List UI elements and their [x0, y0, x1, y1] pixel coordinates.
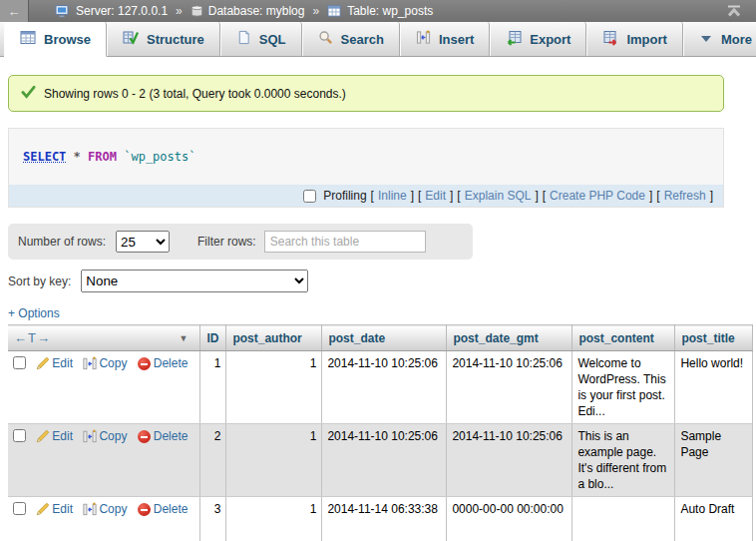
breadcrumb-separator: »	[176, 4, 183, 18]
cell-post-content: Welcome to WordPress. This is your first…	[572, 351, 675, 424]
sql-keyword-from: FROM	[88, 150, 117, 164]
copy-icon	[83, 429, 97, 447]
copy-icon	[83, 502, 97, 520]
explain-sql-link[interactable]: Explain SQL	[465, 189, 532, 203]
row-actions-cell: Edit Copy Delete	[8, 424, 200, 497]
bracket: ]	[535, 189, 538, 203]
profiling-checkbox[interactable]	[303, 190, 316, 203]
table-row: Edit Copy Delete 3 1 2014-11-14 06:33:38…	[8, 497, 753, 541]
options-toggle[interactable]: + Options	[8, 306, 60, 320]
copy-link[interactable]: Copy	[99, 356, 127, 370]
copy-link[interactable]: Copy	[99, 502, 127, 516]
import-icon	[602, 30, 618, 49]
sort-by-key-label: Sort by key:	[8, 274, 71, 288]
cell-post-date: 2014-11-10 10:25:06	[322, 424, 447, 497]
sort-by-key-select[interactable]: None	[81, 270, 308, 292]
inline-link[interactable]: Inline	[378, 189, 407, 203]
tab-search[interactable]: Search	[302, 22, 400, 56]
tab-label: Search	[341, 32, 384, 47]
column-options-header[interactable]: ←T→ ▼	[8, 325, 200, 351]
tab-export[interactable]: Export	[490, 22, 586, 56]
tab-insert[interactable]: Insert	[400, 22, 490, 56]
column-header-post-date[interactable]: post_date	[322, 325, 447, 351]
chevron-down-icon	[699, 32, 713, 47]
delete-link[interactable]: Delete	[154, 502, 189, 516]
row-checkbox[interactable]	[13, 356, 26, 369]
tab-label: Structure	[147, 32, 204, 47]
profiling-label: Profiling	[323, 189, 366, 203]
cell-post-date-gmt: 0000-00-00 00:00:00	[447, 497, 572, 541]
breadcrumb-table[interactable]: Table: wp_posts	[347, 4, 433, 18]
row-checkbox[interactable]	[13, 502, 26, 515]
edit-link[interactable]: Edit	[52, 502, 73, 516]
bracket: [	[418, 189, 421, 203]
cell-post-date: 2014-11-14 06:33:38	[322, 497, 447, 541]
tab-more[interactable]: More	[683, 22, 756, 56]
tab-browse[interactable]: Browse	[4, 22, 107, 57]
bracket: ]	[411, 189, 414, 203]
move-left-icon[interactable]: ←	[14, 330, 28, 345]
delete-link[interactable]: Delete	[154, 356, 189, 370]
edit-link[interactable]: Edit	[52, 356, 73, 370]
cell-post-content	[572, 497, 675, 541]
cell-post-author: 1	[226, 351, 322, 424]
bracket: [	[543, 189, 546, 203]
filter-rows-input[interactable]	[264, 231, 426, 253]
edit-pencil-icon	[36, 502, 50, 520]
create-php-code-link[interactable]: Create PHP Code	[550, 189, 645, 203]
column-header-post-author[interactable]: post_author	[226, 325, 322, 351]
edit-query-link[interactable]: Edit	[425, 189, 446, 203]
tab-import[interactable]: Import	[586, 22, 682, 56]
status-message: Showing rows 0 - 2 (3 total, Query took …	[8, 75, 724, 112]
row-checkbox[interactable]	[13, 429, 26, 442]
tab-label: More	[721, 32, 752, 47]
cell-post-date-gmt: 2014-11-10 10:25:06	[447, 351, 572, 424]
row-actions-cell: Edit Copy Delete	[8, 351, 200, 424]
bracket: [	[371, 189, 374, 203]
tab-sql[interactable]: SQL	[220, 22, 302, 56]
column-header-post-title[interactable]: post_title	[675, 325, 753, 351]
column-header-post-date-gmt[interactable]: post_date_gmt	[447, 325, 572, 351]
sql-star: *	[74, 150, 81, 164]
breadcrumb-database[interactable]: Database: myblog	[208, 4, 305, 18]
breadcrumb-server[interactable]: Server: 127.0.0.1	[76, 4, 168, 18]
tab-structure[interactable]: Structure	[107, 22, 220, 56]
filter-rows-label: Filter rows:	[197, 235, 256, 249]
refresh-link[interactable]: Refresh	[664, 189, 706, 203]
breadcrumb-separator: »	[312, 4, 319, 18]
column-header-post-content[interactable]: post_content	[572, 325, 675, 351]
export-icon	[506, 30, 522, 49]
number-of-rows-select[interactable]: 25	[116, 231, 170, 253]
bracket: ]	[450, 189, 453, 203]
delete-icon	[138, 430, 151, 443]
sql-table-identifier: `wp_posts`	[124, 150, 195, 164]
cell-id: 1	[200, 351, 226, 424]
sql-query-text: SELECT * FROM `wp_posts`	[9, 129, 723, 185]
cell-post-title: Sample Page	[675, 424, 753, 497]
cell-id: 2	[200, 424, 226, 497]
edit-link[interactable]: Edit	[52, 429, 73, 443]
column-handle-icon[interactable]: T	[28, 330, 37, 345]
delete-link[interactable]: Delete	[154, 429, 189, 443]
row-controls: Number of rows: 25 Filter rows:	[8, 224, 473, 260]
tab-label: SQL	[259, 32, 286, 47]
column-header-id[interactable]: ID	[200, 325, 226, 351]
table-header-row: ←T→ ▼ ID post_author post_date post_date…	[8, 325, 753, 351]
move-right-icon[interactable]: →	[37, 330, 51, 345]
cell-post-title: Hello world!	[675, 351, 753, 424]
sort-triangle-icon[interactable]: ▼	[180, 333, 189, 343]
copy-link[interactable]: Copy	[99, 429, 127, 443]
sql-icon	[236, 30, 251, 48]
tab-label: Insert	[439, 32, 474, 47]
delete-icon	[138, 357, 151, 370]
tab-label: Import	[626, 32, 666, 47]
tab-bar: Browse Structure SQL Search Insert Expor…	[0, 22, 756, 57]
insert-icon	[416, 30, 431, 48]
collapse-top-icon[interactable]	[726, 4, 742, 18]
tab-label: Export	[530, 32, 570, 47]
cell-post-date: 2014-11-10 10:25:06	[322, 351, 447, 424]
back-button[interactable]: ←	[0, 0, 29, 22]
sort-row: Sort by key: None	[8, 270, 756, 292]
cell-post-content: This is an example page. It's different …	[572, 424, 675, 497]
search-icon	[318, 30, 333, 48]
